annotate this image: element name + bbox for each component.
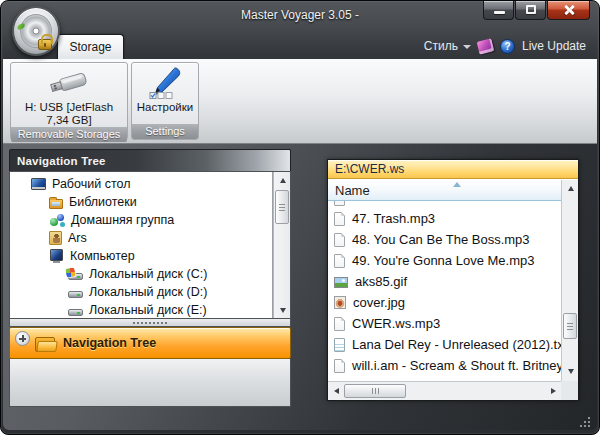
- file-list-horizontal-scrollbar[interactable]: [328, 381, 561, 400]
- scroll-up-button[interactable]: [275, 173, 290, 187]
- user-folder-icon: [49, 231, 62, 245]
- tree-item-label: Библиотеки: [69, 195, 137, 209]
- arrow-up-icon: [568, 186, 574, 191]
- file-name: 49. You're Gonna Love Me.mp3: [352, 253, 534, 268]
- file-name: 48. You Can Be The Boss.mp3: [352, 232, 530, 247]
- ribbon-group-removable-storages: H: USB [JetFlash 7,34 GB] Removable Stor…: [10, 62, 128, 140]
- maximize-button[interactable]: [515, 1, 546, 20]
- tree-item-label: Компьютер: [70, 249, 135, 263]
- file-row[interactable]: 49. You're Gonna Love Me.mp3: [328, 250, 561, 271]
- close-icon: [563, 4, 575, 16]
- panel-footer-area: [9, 359, 291, 407]
- title-bar[interactable]: Master Voyager 3.05 -: [1, 1, 599, 29]
- tree-item-desktop[interactable]: Рабочий стол: [10, 175, 273, 193]
- scroll-down-button[interactable]: [275, 303, 290, 317]
- scrollbar-thumb[interactable]: [275, 190, 289, 224]
- help-icon[interactable]: ?: [500, 39, 515, 54]
- minimize-button[interactable]: [483, 1, 514, 20]
- tab-storage[interactable]: Storage: [57, 34, 124, 59]
- tree-item-disk-d[interactable]: Локальный диск (D:): [10, 283, 273, 301]
- file-list: Name 47. Trash.mp3 48. You Can Be The Bo…: [328, 180, 578, 400]
- usb-drive-icon: [44, 65, 94, 101]
- group-caption-settings: Settings: [132, 124, 198, 139]
- arrow-left-icon: [334, 388, 339, 394]
- file-name: Lana Del Rey - Unreleased (2012).txt: [352, 337, 561, 352]
- tree-item-label: Локальный диск (C:): [89, 267, 207, 281]
- file-row[interactable]: 48. You Can Be The Boss.mp3: [328, 229, 561, 250]
- tree-scrollbar[interactable]: [273, 172, 290, 318]
- file-icon: [334, 233, 345, 247]
- tree-item-computer[interactable]: Компьютер: [10, 247, 273, 265]
- file-list-vertical-scrollbar[interactable]: [561, 180, 578, 381]
- scroll-left-button[interactable]: [329, 384, 343, 398]
- resize-grip[interactable]: [578, 415, 590, 427]
- chevron-down-icon: [463, 45, 471, 49]
- file-icon: [334, 212, 345, 226]
- tree-item-disk-c[interactable]: Локальный диск (C:): [10, 265, 273, 283]
- scrollbar-thumb[interactable]: [563, 313, 577, 339]
- scroll-up-button[interactable]: [563, 181, 578, 195]
- scroll-down-button[interactable]: [563, 364, 578, 378]
- libraries-icon: [49, 199, 63, 209]
- app-window: Master Voyager 3.05 - Storage Стиль ? Li…: [0, 0, 600, 435]
- close-button[interactable]: [547, 1, 590, 20]
- file-row[interactable]: will.i.am - Scream & Shout ft. Britney: [328, 355, 561, 376]
- padlock-icon: [38, 39, 52, 50]
- tab-actions: Стиль ? Live Update: [424, 34, 586, 58]
- window-controls: [482, 1, 590, 20]
- file-row[interactable]: CWER.ws.mp3: [328, 313, 561, 334]
- disk-icon: [68, 291, 83, 298]
- group-caption-removable-storages: Removable Storages: [11, 127, 127, 142]
- file-row[interactable]: cover.jpg: [328, 292, 561, 313]
- tree-item-label: Рабочий стол: [52, 177, 130, 191]
- tree-item-homegroup[interactable]: Домашняя группа: [10, 211, 273, 229]
- style-dropdown[interactable]: Стиль: [424, 39, 471, 53]
- live-update-button[interactable]: Live Update: [522, 39, 586, 53]
- navigation-tree-group-bar[interactable]: Navigation Tree: [9, 327, 291, 359]
- tree-item-disk-e[interactable]: Локальный диск (E:): [10, 301, 273, 318]
- scroll-right-button[interactable]: [546, 384, 560, 398]
- photo-icon: [334, 296, 346, 309]
- navigation-tree: Рабочий стол Библиотеки Домашняя группа …: [9, 171, 291, 319]
- file-name: aks85.gif: [355, 274, 407, 289]
- file-icon: [334, 254, 345, 268]
- file-icon: [334, 201, 345, 206]
- usb-storage-button[interactable]: H: USB [JetFlash 7,34 GB]: [11, 63, 127, 127]
- column-header-name[interactable]: Name: [328, 180, 561, 201]
- tree-item-label: Ars: [68, 231, 87, 245]
- folder-icon: [35, 335, 56, 352]
- file-row[interactable]: 47. Trash.mp3: [328, 208, 561, 229]
- splitter-dots-icon: [133, 322, 135, 324]
- tree-item-libraries[interactable]: Библиотеки: [10, 193, 273, 211]
- file-name: will.i.am - Scream & Shout ft. Britney: [352, 358, 561, 373]
- settings-label: Настройки: [135, 101, 195, 114]
- tree-item-label: Домашняя группа: [71, 213, 174, 227]
- expand-plus-button[interactable]: [15, 331, 30, 346]
- file-panel: E:\CWER.ws Name 47. Trash.mp3 48. You Ca…: [327, 159, 579, 401]
- arrow-down-icon: [568, 369, 574, 374]
- file-rows: 47. Trash.mp3 48. You Can Be The Boss.mp…: [328, 201, 561, 381]
- file-row[interactable]: aks85.gif: [328, 271, 561, 292]
- tree-item-label: Локальный диск (E:): [89, 303, 207, 317]
- sort-ascending-icon: [453, 182, 461, 187]
- file-icon: [334, 359, 345, 373]
- file-row[interactable]: Lana Del Rey - Unreleased (2012).txt: [328, 334, 561, 355]
- settings-button[interactable]: Настройки: [132, 63, 198, 124]
- path-header: E:\CWER.ws: [328, 160, 578, 179]
- text-file-icon: [334, 338, 345, 352]
- maximize-icon: [526, 5, 536, 14]
- navigation-panel: Navigation Tree Рабочий стол Библиотеки …: [9, 149, 291, 407]
- disk-icon: [68, 309, 83, 316]
- style-book-icon[interactable]: [477, 38, 495, 54]
- tree-item-ars[interactable]: Ars: [10, 229, 273, 247]
- arrow-up-icon: [280, 178, 286, 183]
- navigation-tree-bar-label: Navigation Tree: [63, 336, 156, 350]
- app-menu-orb[interactable]: [12, 6, 60, 56]
- style-label: Стиль: [424, 39, 458, 53]
- file-icon: [334, 317, 345, 331]
- scrollbar-thumb[interactable]: [344, 384, 406, 398]
- ribbon: H: USB [JetFlash 7,34 GB] Removable Stor…: [3, 59, 597, 144]
- computer-icon: [49, 249, 64, 263]
- panel-splitter[interactable]: [9, 319, 291, 327]
- ribbon-group-settings: Настройки Settings: [131, 62, 199, 140]
